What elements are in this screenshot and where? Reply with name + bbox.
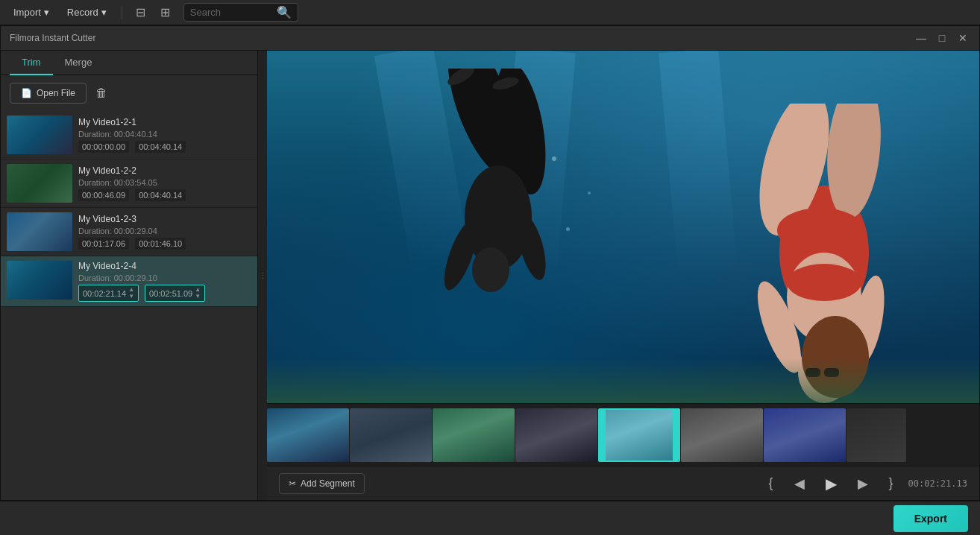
maximize-button[interactable]: □: [935, 31, 949, 45]
window-frame: Filmora Instant Cutter — □ ✕ Trim Merge: [0, 25, 980, 501]
file-thumbnail: [7, 212, 72, 251]
time-up-arrow[interactable]: ▲: [128, 287, 134, 293]
timeline-thumb-active: [598, 408, 680, 462]
video-preview: [267, 51, 979, 403]
file-times: 00:02:21.14 ▲ ▼ 00:02:51.09 ▲: [78, 285, 251, 302]
timeline-thumb: [846, 408, 906, 462]
resize-handle[interactable]: ⋮: [258, 51, 267, 500]
file-list: My Video1-2-1 Duration: 00:04:40.14 00:0…: [1, 111, 257, 500]
top-toolbar: Import ▾ Record ▾ ⊟ ⊞ 🔍: [0, 0, 980, 25]
file-name: My Video1-2-4: [78, 261, 251, 271]
file-duration: Duration: 00:04:40.14: [78, 130, 251, 139]
file-info: My Video1-2-1 Duration: 00:04:40.14 00:0…: [78, 115, 251, 154]
import-label: Import: [13, 7, 41, 18]
list-item[interactable]: My Video1-2-1 Duration: 00:04:40.14 00:0…: [1, 111, 257, 159]
open-file-button[interactable]: 📄 Open File: [10, 83, 87, 104]
file-duration: Duration: 00:00:29.10: [78, 273, 251, 282]
time-arrows-end: ▲ ▼: [195, 287, 201, 300]
tabs-bar: Trim Merge: [1, 51, 257, 75]
time-arrows: ▲ ▼: [128, 287, 134, 300]
left-panel: Trim Merge 📄 Open File 🗑: [1, 51, 258, 500]
add-segment-button[interactable]: ✂ Add Segment: [279, 473, 365, 494]
file-times: 00:00:46.09 00:04:40.14: [78, 189, 251, 201]
segment-handle-right[interactable]: [673, 410, 679, 460]
bubble: [588, 191, 591, 194]
timeline-thumb: [267, 408, 349, 462]
content-area: Trim Merge 📄 Open File 🗑: [1, 51, 979, 500]
timeline-controls: ✂ Add Segment { ◀ ▶ ▶ } 00:02:21.13: [267, 466, 979, 500]
file-icon: 📄: [21, 88, 32, 98]
bubble: [552, 156, 556, 161]
delete-button[interactable]: 🗑: [92, 83, 110, 103]
underwater-scene: [267, 51, 979, 403]
play-button[interactable]: ▶: [820, 472, 843, 496]
search-box: 🔍: [183, 3, 298, 22]
file-name: My Video1-2-1: [78, 117, 251, 127]
record-chevron-icon: ▾: [101, 7, 107, 18]
file-time-start: 00:02:21.14 ▲ ▼: [78, 285, 139, 302]
timeline-area: ✂ Add Segment { ◀ ▶ ▶ } 00:02:21.13: [267, 403, 979, 500]
svg-point-11: [777, 208, 864, 253]
time-up-arrow-end[interactable]: ▲: [195, 287, 201, 293]
file-thumbnail: [7, 164, 72, 203]
close-button[interactable]: ✕: [955, 31, 970, 45]
bracket-open-button[interactable]: {: [762, 472, 779, 494]
prev-frame-button[interactable]: ◀: [788, 472, 811, 495]
record-label: Record: [67, 7, 98, 18]
window-title: Filmora Instant Cutter: [10, 33, 95, 43]
minimize-button[interactable]: —: [914, 31, 929, 45]
list-item[interactable]: My Video1-2-2 Duration: 00:03:54.05 00:0…: [1, 159, 257, 208]
svg-point-5: [472, 247, 509, 292]
file-time-start: 00:00:46.09: [78, 189, 129, 201]
time-down-arrow-end[interactable]: ▼: [195, 294, 201, 300]
file-time-end: 00:04:40.14: [135, 189, 186, 201]
right-area: ✂ Add Segment { ◀ ▶ ▶ } 00:02:21.13: [267, 51, 979, 500]
tab-trim[interactable]: Trim: [10, 51, 53, 75]
list-item[interactable]: My Video1-2-3 Duration: 00:00:29.04 00:0…: [1, 208, 257, 256]
timeline-strip: [267, 404, 979, 466]
import-chevron-icon: ▾: [44, 7, 49, 18]
timeline-thumb: [433, 408, 515, 462]
scissors-icon: ✂: [289, 478, 296, 489]
file-times: 00:00:00.00 00:04:40.14: [78, 141, 251, 153]
window-controls: — □ ✕: [914, 31, 970, 45]
coral-bottom: [267, 358, 979, 403]
file-time-end: 00:01:46.10: [135, 238, 186, 250]
record-button[interactable]: Record ▾: [61, 4, 113, 21]
grid-icon[interactable]: ⊞: [156, 2, 175, 22]
filter-icon[interactable]: ⊟: [131, 2, 150, 22]
file-info: My Video1-2-2 Duration: 00:03:54.05 00:0…: [78, 164, 251, 203]
file-name: My Video1-2-2: [78, 165, 251, 176]
export-button[interactable]: Export: [893, 505, 968, 532]
file-duration: Duration: 00:00:29.04: [78, 227, 251, 235]
import-button[interactable]: Import ▾: [7, 4, 55, 21]
file-time-start: 00:01:17.06: [78, 238, 129, 250]
file-thumbnail: [7, 261, 72, 300]
next-frame-button[interactable]: ▶: [852, 472, 874, 495]
file-info: My Video1-2-3 Duration: 00:00:29.04 00:0…: [78, 212, 251, 251]
timeline-thumb: [764, 408, 846, 462]
time-down-arrow[interactable]: ▼: [128, 294, 134, 300]
tab-merge[interactable]: Merge: [53, 51, 104, 75]
timeline-thumb: [681, 408, 763, 462]
timecode-display: 00:02:21.13: [908, 478, 967, 489]
file-name: My Video1-2-3: [78, 214, 251, 224]
list-item[interactable]: My Video1-2-4 Duration: 00:00:29.10 00:0…: [1, 256, 257, 307]
bubble: [566, 227, 570, 231]
bracket-close-button[interactable]: }: [883, 472, 899, 494]
file-time-end: 00:02:51.09 ▲ ▼: [145, 285, 205, 302]
segment-handle-left[interactable]: [600, 410, 606, 460]
timeline-thumbnails: [267, 407, 906, 463]
window-titlebar: Filmora Instant Cutter — □ ✕: [1, 26, 979, 51]
main-area: Filmora Instant Cutter — □ ✕ Trim Merge: [0, 25, 980, 535]
toolbar-separator: [122, 6, 122, 19]
file-time-end: 00:04:40.14: [135, 141, 186, 153]
search-input[interactable]: [190, 7, 272, 18]
bottom-bar: Export: [0, 501, 980, 535]
search-icon: 🔍: [277, 5, 292, 19]
file-duration: Duration: 00:03:54.05: [78, 178, 251, 187]
file-time-start: 00:00:00.00: [78, 141, 129, 153]
file-info: My Video1-2-4 Duration: 00:00:29.10 00:0…: [78, 261, 251, 302]
svg-point-13: [787, 264, 861, 301]
file-thumbnail: [7, 115, 72, 154]
